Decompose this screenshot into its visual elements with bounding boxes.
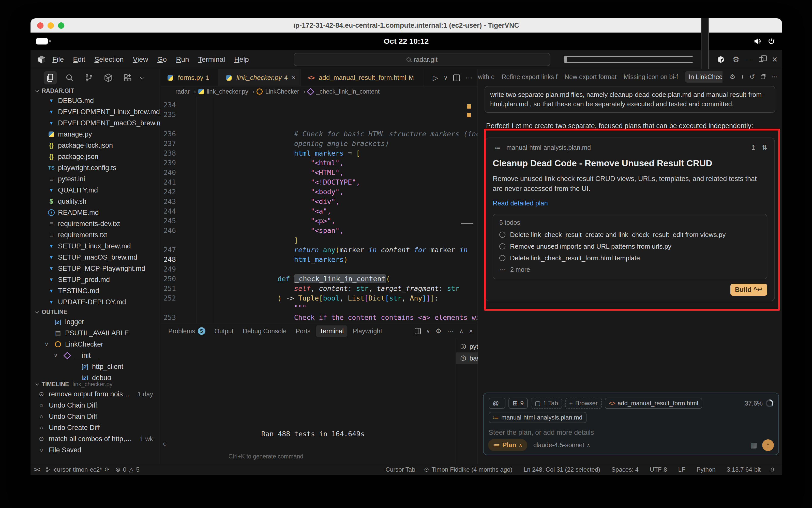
toggle-sidebar-icon[interactable] (564, 56, 693, 63)
file-tree-item[interactable]: ▼ SETUP_prod.md (31, 274, 160, 285)
panel-tab[interactable]: Terminal (316, 326, 347, 337)
chat-tab[interactable]: In LinkChec (685, 71, 723, 83)
code-editor[interactable]: 234 235 (160, 97, 477, 324)
timeline-header[interactable]: TIMELINE link_checker.py (31, 380, 160, 388)
editor-tab[interactable]: link_checker.py 4 × (219, 69, 301, 86)
timeline-item[interactable]: ○ Undo Chain Diff (31, 400, 160, 411)
file-tree-item[interactable]: {} package-lock.json (31, 140, 160, 151)
todo-checkbox-icon[interactable] (499, 243, 505, 249)
chat-more-icon[interactable]: ⋯ (771, 73, 778, 81)
status-item[interactable]: Spaces: 4 (609, 466, 639, 473)
todo-checkbox-icon[interactable] (499, 231, 505, 238)
tab-close-icon[interactable]: × (292, 74, 296, 82)
todo-item[interactable]: Delete link_check_result_create and link… (499, 229, 761, 241)
menu-item[interactable]: Go (154, 54, 170, 65)
timeline-item[interactable]: ○ Undo Chain Diff (31, 411, 160, 422)
restore-icon[interactable] (759, 57, 763, 62)
panel-tab[interactable]: Problems 5 (165, 325, 209, 337)
outline-item[interactable]: [ø] logger (31, 316, 160, 328)
model-selector[interactable]: claude-4.5-sonnet ∧ (533, 441, 590, 449)
terminal-output[interactable]: Ran 488 tests in 164.649s (160, 338, 456, 464)
file-tree-item[interactable]: manage.py (31, 129, 160, 140)
command-center-search[interactable]: radar.git (294, 53, 550, 66)
context-pill[interactable]: <> add_manual_result_form.html (605, 398, 702, 409)
status-item[interactable]: UTF-8 (647, 466, 667, 473)
git-branch-item[interactable]: cursor-timon-ec2* ⟳ (45, 466, 110, 473)
file-tree-item[interactable]: ▼ DEVELOPMENT_macOS_brew.md (31, 118, 160, 129)
outline-item[interactable]: [ø] http_client (31, 361, 160, 372)
context-pill[interactable]: ⊞ 9 (508, 398, 527, 409)
build-button[interactable]: Build ^↵ (730, 284, 767, 296)
file-tree-item[interactable]: ≡ pytest.ini (31, 173, 160, 184)
panel-more-icon[interactable]: ⋯ (447, 327, 454, 335)
terminal-settings-gear-icon[interactable]: ⚙ (435, 327, 441, 335)
panel-tab[interactable]: Debug Console (239, 326, 290, 337)
maximize-panel-chevron-icon[interactable]: ∧ (459, 328, 464, 334)
run-python-icon[interactable]: ▷ (433, 74, 438, 82)
activity-overflow-chevron-icon[interactable] (140, 75, 144, 80)
todo-item[interactable]: Remove unused imports and URL patterns f… (499, 241, 761, 252)
file-tree-item[interactable]: ▼ SETUP_MCP-Playwright.md (31, 263, 160, 274)
send-button[interactable]: ↑ (762, 439, 774, 451)
breadcrumb-item[interactable]: radar (166, 88, 196, 96)
context-pill[interactable]: ▢ 1 Tab (531, 398, 562, 409)
explorer-icon[interactable] (44, 71, 57, 84)
file-tree-item[interactable]: {} package.json (31, 151, 160, 162)
menu-item[interactable]: Run (172, 54, 193, 65)
mode-selector[interactable]: ≔ Plan ∧ (488, 439, 527, 451)
file-tree-item[interactable]: ▼ QUALITY.md (31, 184, 160, 196)
status-item[interactable]: LF (676, 466, 685, 473)
timeline-item[interactable]: ⊙ match all combos of http, htt… 1 wk (31, 433, 160, 444)
file-tree-item[interactable]: ≡ requirements-dev.txt (31, 218, 160, 229)
breadcrumb-item[interactable]: LinkChecker (256, 88, 305, 96)
menu-item[interactable]: Edit (70, 54, 89, 65)
panel-tab[interactable]: Output (211, 326, 237, 337)
explorer-root-header[interactable]: RADAR.GIT (31, 86, 160, 95)
outline-item[interactable]: ∨ LinkChecker (31, 339, 160, 350)
chat-tab[interactable]: New export format (565, 73, 616, 81)
breadcrumb-item[interactable]: _check_link_in_content (307, 88, 384, 95)
outline-header[interactable]: OUTLINE (31, 308, 160, 316)
file-tree-item[interactable]: ▼ SETUP_macOS_brew.md (31, 252, 160, 263)
file-tree-item[interactable]: ≡ requirements.txt (31, 229, 160, 241)
split-editor-icon[interactable] (453, 75, 460, 81)
timeline-item[interactable]: ○ File Saved (31, 444, 160, 456)
chat-input-box[interactable]: @ ⊞ 9 ▢ (483, 392, 779, 455)
chat-history-icon[interactable]: ↺ (750, 73, 755, 81)
file-tree-item[interactable]: ▼ DEBUG.md (31, 95, 160, 106)
todos-more-row[interactable]: ⋯ 2 more (499, 264, 761, 275)
search-view-icon[interactable] (63, 71, 76, 84)
editor-tab[interactable]: forms.py 1 (160, 69, 219, 86)
close-panel-icon[interactable]: × (469, 327, 473, 335)
outline-item[interactable]: [ø] debug (31, 372, 160, 380)
minimize-icon[interactable]: – (747, 56, 751, 63)
close-icon[interactable]: × (772, 55, 777, 64)
cursor-ai-pane-icon[interactable] (717, 55, 725, 64)
panel-tab[interactable]: Playwright (349, 326, 386, 337)
menu-item[interactable]: Terminal (195, 54, 229, 65)
file-tree-item[interactable]: ▼ TESTING.md (31, 285, 160, 296)
file-tree-item[interactable]: ▼ SETUP_Linux_brew.md (31, 241, 160, 252)
outline-item[interactable]: ▤ PSUTIL_AVAILABLE (31, 328, 160, 339)
file-tree-item[interactable]: README.md (31, 207, 160, 218)
menu-item[interactable]: Selection (91, 54, 127, 65)
source-control-icon[interactable] (82, 71, 96, 84)
menu-item[interactable]: File (49, 54, 68, 65)
collapse-plan-icon[interactable]: ⇅ (762, 144, 767, 152)
split-terminal-icon[interactable] (415, 328, 421, 334)
file-tree-item[interactable]: TS playwright.config.ts (31, 162, 160, 173)
status-item[interactable]: Ln 248, Col 31 (22 selected) (521, 466, 600, 473)
file-tree-item[interactable]: ▼ UPDATE-DEPLOY.md (31, 296, 160, 308)
run-dropdown-chevron-icon[interactable]: ∨ (443, 75, 448, 81)
status-item[interactable]: 3.13.7 64-bit (724, 466, 761, 473)
status-item[interactable]: Python (694, 466, 716, 473)
timeline-item[interactable]: ⊙ remove output form noise t… 1 day (31, 388, 160, 400)
open-in-editor-icon[interactable] (760, 74, 766, 80)
file-tree-item[interactable]: ▼ DEVELOPMENT_Linux_brew.md (31, 106, 160, 118)
chat-tab[interactable]: Refine export links f (502, 73, 558, 81)
remote-explorer-icon[interactable] (102, 71, 115, 84)
new-chat-icon[interactable]: + (740, 73, 744, 81)
menu-item[interactable]: View (129, 54, 152, 65)
outline-item[interactable]: ∨ __init__ (31, 350, 160, 361)
notifications-bell-icon[interactable] (769, 467, 775, 473)
